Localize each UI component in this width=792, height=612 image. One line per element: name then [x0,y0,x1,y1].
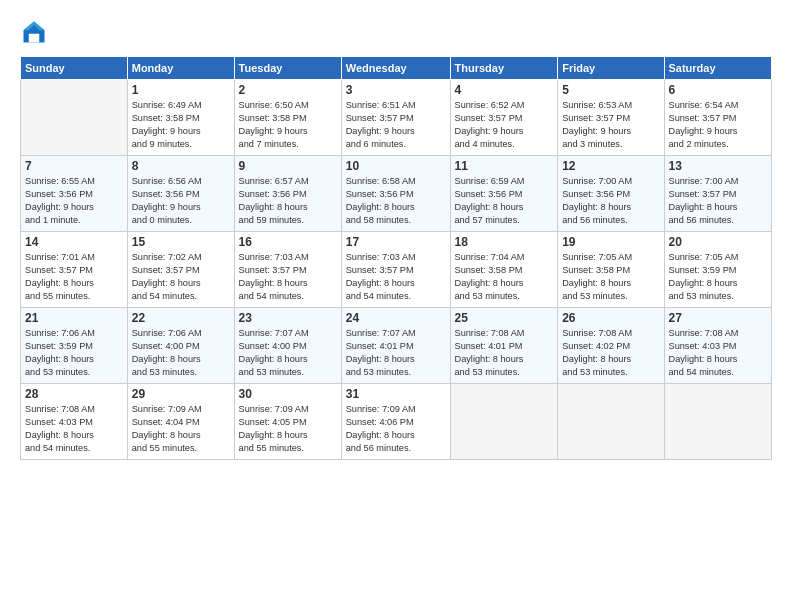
day-number: 29 [132,387,230,401]
day-info: Sunrise: 6:50 AM Sunset: 3:58 PM Dayligh… [239,99,337,151]
calendar-cell: 12Sunrise: 7:00 AM Sunset: 3:56 PM Dayli… [558,156,664,232]
calendar-week-5: 28Sunrise: 7:08 AM Sunset: 4:03 PM Dayli… [21,384,772,460]
day-number: 14 [25,235,123,249]
day-info: Sunrise: 6:52 AM Sunset: 3:57 PM Dayligh… [455,99,554,151]
calendar-cell: 6Sunrise: 6:54 AM Sunset: 3:57 PM Daylig… [664,80,772,156]
day-info: Sunrise: 7:00 AM Sunset: 3:56 PM Dayligh… [562,175,659,227]
calendar-cell: 20Sunrise: 7:05 AM Sunset: 3:59 PM Dayli… [664,232,772,308]
day-info: Sunrise: 6:53 AM Sunset: 3:57 PM Dayligh… [562,99,659,151]
day-number: 5 [562,83,659,97]
calendar-cell [664,384,772,460]
calendar-cell: 17Sunrise: 7:03 AM Sunset: 3:57 PM Dayli… [341,232,450,308]
day-info: Sunrise: 6:59 AM Sunset: 3:56 PM Dayligh… [455,175,554,227]
calendar-week-1: 1Sunrise: 6:49 AM Sunset: 3:58 PM Daylig… [21,80,772,156]
day-number: 26 [562,311,659,325]
day-number: 19 [562,235,659,249]
day-info: Sunrise: 7:06 AM Sunset: 3:59 PM Dayligh… [25,327,123,379]
day-number: 12 [562,159,659,173]
day-number: 11 [455,159,554,173]
day-info: Sunrise: 7:03 AM Sunset: 3:57 PM Dayligh… [346,251,446,303]
calendar-cell: 23Sunrise: 7:07 AM Sunset: 4:00 PM Dayli… [234,308,341,384]
day-number: 21 [25,311,123,325]
header [20,18,772,46]
day-info: Sunrise: 7:05 AM Sunset: 3:59 PM Dayligh… [669,251,768,303]
day-info: Sunrise: 7:01 AM Sunset: 3:57 PM Dayligh… [25,251,123,303]
calendar-cell: 28Sunrise: 7:08 AM Sunset: 4:03 PM Dayli… [21,384,128,460]
weekday-header-tuesday: Tuesday [234,57,341,80]
day-number: 2 [239,83,337,97]
svg-rect-2 [29,34,40,43]
calendar-cell: 30Sunrise: 7:09 AM Sunset: 4:05 PM Dayli… [234,384,341,460]
calendar-cell: 11Sunrise: 6:59 AM Sunset: 3:56 PM Dayli… [450,156,558,232]
day-info: Sunrise: 7:05 AM Sunset: 3:58 PM Dayligh… [562,251,659,303]
day-info: Sunrise: 7:08 AM Sunset: 4:01 PM Dayligh… [455,327,554,379]
day-info: Sunrise: 6:49 AM Sunset: 3:58 PM Dayligh… [132,99,230,151]
calendar-cell: 3Sunrise: 6:51 AM Sunset: 3:57 PM Daylig… [341,80,450,156]
day-number: 9 [239,159,337,173]
day-info: Sunrise: 6:57 AM Sunset: 3:56 PM Dayligh… [239,175,337,227]
calendar-table: SundayMondayTuesdayWednesdayThursdayFrid… [20,56,772,460]
day-info: Sunrise: 6:55 AM Sunset: 3:56 PM Dayligh… [25,175,123,227]
calendar-cell: 1Sunrise: 6:49 AM Sunset: 3:58 PM Daylig… [127,80,234,156]
day-info: Sunrise: 7:04 AM Sunset: 3:58 PM Dayligh… [455,251,554,303]
day-number: 24 [346,311,446,325]
day-info: Sunrise: 7:07 AM Sunset: 4:01 PM Dayligh… [346,327,446,379]
calendar-cell: 5Sunrise: 6:53 AM Sunset: 3:57 PM Daylig… [558,80,664,156]
weekday-header-row: SundayMondayTuesdayWednesdayThursdayFrid… [21,57,772,80]
day-info: Sunrise: 7:08 AM Sunset: 4:02 PM Dayligh… [562,327,659,379]
calendar-cell: 7Sunrise: 6:55 AM Sunset: 3:56 PM Daylig… [21,156,128,232]
day-info: Sunrise: 7:00 AM Sunset: 3:57 PM Dayligh… [669,175,768,227]
day-number: 23 [239,311,337,325]
day-number: 17 [346,235,446,249]
calendar-week-3: 14Sunrise: 7:01 AM Sunset: 3:57 PM Dayli… [21,232,772,308]
day-number: 13 [669,159,768,173]
calendar-cell: 10Sunrise: 6:58 AM Sunset: 3:56 PM Dayli… [341,156,450,232]
day-number: 10 [346,159,446,173]
day-info: Sunrise: 7:08 AM Sunset: 4:03 PM Dayligh… [669,327,768,379]
day-number: 28 [25,387,123,401]
calendar-cell: 27Sunrise: 7:08 AM Sunset: 4:03 PM Dayli… [664,308,772,384]
day-number: 20 [669,235,768,249]
day-number: 25 [455,311,554,325]
weekday-header-thursday: Thursday [450,57,558,80]
day-number: 8 [132,159,230,173]
day-info: Sunrise: 7:09 AM Sunset: 4:04 PM Dayligh… [132,403,230,455]
page: SundayMondayTuesdayWednesdayThursdayFrid… [0,0,792,612]
day-info: Sunrise: 6:51 AM Sunset: 3:57 PM Dayligh… [346,99,446,151]
day-number: 1 [132,83,230,97]
calendar-cell: 15Sunrise: 7:02 AM Sunset: 3:57 PM Dayli… [127,232,234,308]
calendar-cell: 9Sunrise: 6:57 AM Sunset: 3:56 PM Daylig… [234,156,341,232]
calendar-cell: 8Sunrise: 6:56 AM Sunset: 3:56 PM Daylig… [127,156,234,232]
calendar-cell [21,80,128,156]
calendar-cell [450,384,558,460]
day-number: 16 [239,235,337,249]
day-number: 6 [669,83,768,97]
calendar-week-4: 21Sunrise: 7:06 AM Sunset: 3:59 PM Dayli… [21,308,772,384]
calendar-cell: 22Sunrise: 7:06 AM Sunset: 4:00 PM Dayli… [127,308,234,384]
weekday-header-saturday: Saturday [664,57,772,80]
calendar-cell: 18Sunrise: 7:04 AM Sunset: 3:58 PM Dayli… [450,232,558,308]
calendar-cell: 4Sunrise: 6:52 AM Sunset: 3:57 PM Daylig… [450,80,558,156]
calendar-cell: 14Sunrise: 7:01 AM Sunset: 3:57 PM Dayli… [21,232,128,308]
day-number: 18 [455,235,554,249]
day-number: 30 [239,387,337,401]
day-info: Sunrise: 7:06 AM Sunset: 4:00 PM Dayligh… [132,327,230,379]
calendar-cell: 24Sunrise: 7:07 AM Sunset: 4:01 PM Dayli… [341,308,450,384]
day-info: Sunrise: 7:09 AM Sunset: 4:05 PM Dayligh… [239,403,337,455]
calendar-cell: 21Sunrise: 7:06 AM Sunset: 3:59 PM Dayli… [21,308,128,384]
day-info: Sunrise: 7:02 AM Sunset: 3:57 PM Dayligh… [132,251,230,303]
day-number: 4 [455,83,554,97]
day-number: 22 [132,311,230,325]
calendar-cell: 29Sunrise: 7:09 AM Sunset: 4:04 PM Dayli… [127,384,234,460]
calendar-cell: 25Sunrise: 7:08 AM Sunset: 4:01 PM Dayli… [450,308,558,384]
day-number: 7 [25,159,123,173]
weekday-header-monday: Monday [127,57,234,80]
day-info: Sunrise: 7:07 AM Sunset: 4:00 PM Dayligh… [239,327,337,379]
day-info: Sunrise: 7:09 AM Sunset: 4:06 PM Dayligh… [346,403,446,455]
weekday-header-sunday: Sunday [21,57,128,80]
calendar-cell: 26Sunrise: 7:08 AM Sunset: 4:02 PM Dayli… [558,308,664,384]
day-info: Sunrise: 7:03 AM Sunset: 3:57 PM Dayligh… [239,251,337,303]
logo [20,18,52,46]
calendar-cell [558,384,664,460]
weekday-header-wednesday: Wednesday [341,57,450,80]
